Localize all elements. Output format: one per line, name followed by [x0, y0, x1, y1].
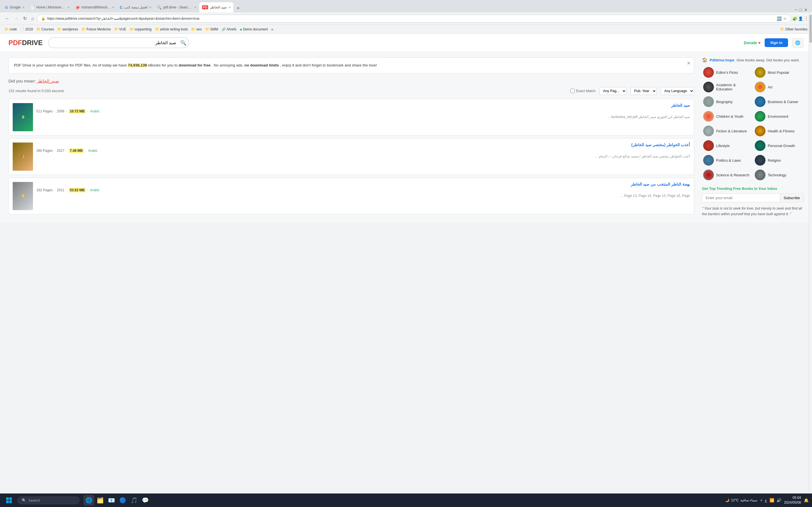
- category-health[interactable]: Health & Fitness: [754, 124, 804, 137]
- bookmark-ahrefs[interactable]: 🔗 Ahrefs: [220, 27, 238, 32]
- book-year-2: 2011: [57, 188, 64, 192]
- book-meta-1: 280 Pages · 2017 · 7.49 MB · Arabic: [36, 149, 690, 153]
- exact-match-checkbox[interactable]: [570, 89, 574, 93]
- category-business[interactable]: Business & Career: [754, 95, 804, 108]
- bookmark-wordpress-label: wordpress: [62, 27, 78, 31]
- bookmark-vue[interactable]: 📁 VUE: [112, 27, 128, 32]
- tab-home[interactable]: 📄 Home | Mohamed... ✕: [28, 2, 72, 12]
- tab-arabic[interactable]: C افضل منصة كتب ✕: [117, 2, 154, 12]
- address-bar[interactable]: 🔒 🔤 ☆: [37, 15, 791, 22]
- donate-button[interactable]: Donate ♥: [744, 41, 761, 45]
- category-fiction[interactable]: Fiction & Literature: [702, 124, 752, 137]
- home-button[interactable]: ⌂: [30, 14, 36, 23]
- tab-active-close[interactable]: ✕: [229, 6, 231, 9]
- scroll-thumb[interactable]: [809, 15, 812, 43]
- category-religion[interactable]: Religion: [754, 154, 804, 167]
- book-desc-2: Page 13, Page 14, Page 15, Page 16, Page…: [36, 194, 690, 198]
- tab-google-close[interactable]: ✕: [22, 6, 24, 9]
- bookmark-demo[interactable]: ● Demo document: [238, 26, 269, 32]
- email-input[interactable]: [702, 193, 780, 202]
- book-meta-0: 511 Pages · 2006 · 10.72 MB · Arabic: [36, 109, 690, 114]
- search-button[interactable]: 🔍: [180, 40, 186, 46]
- quote-text: " Your task is not to seek for love, but…: [702, 206, 804, 217]
- pages-filter[interactable]: Any Pag...: [599, 87, 626, 95]
- tab-github[interactable]: 🐙 mshams999/moh... ✕: [72, 2, 117, 12]
- book-title-1[interactable]: أعذب الخواطر (مختصر صيد الخاطر): [36, 143, 690, 147]
- bookmark-vue-icon: 📁: [114, 27, 118, 31]
- did-you-mean-link[interactable]: صيد_الخاطر: [37, 78, 59, 83]
- menu-button[interactable]: ⋮: [804, 16, 809, 21]
- bookmark-courses[interactable]: 📁 Courses: [35, 27, 56, 32]
- book-info-1: أعذب الخواطر (مختصر صيد الخاطر) 280 Page…: [36, 143, 690, 171]
- close-button[interactable]: ✕: [804, 8, 808, 12]
- category-most-popular[interactable]: Most Popular: [754, 66, 804, 79]
- cat-environment-label: Environment: [768, 114, 788, 119]
- url-input[interactable]: [47, 17, 775, 20]
- bookmark-other-favorites[interactable]: 📁 Other favorites: [778, 27, 809, 32]
- tab-google[interactable]: G Google ✕: [2, 2, 28, 12]
- category-environment[interactable]: Environment: [754, 110, 804, 123]
- globe-button[interactable]: 🌐: [792, 38, 804, 48]
- language-filter[interactable]: Any Language: [661, 87, 694, 95]
- banner-text2: . No annoying ads,: [212, 63, 245, 67]
- book-desc-0: صيد الخاطر ابن الجوزي صيد_الخاطر bookser…: [36, 115, 690, 119]
- translate-icon[interactable]: 🔤: [777, 16, 781, 21]
- profile-button[interactable]: 👤: [798, 16, 803, 21]
- search-bar-container: 🔍: [48, 37, 189, 48]
- logo[interactable]: PDF DRIVE: [8, 39, 43, 47]
- category-science[interactable]: Science & Research: [702, 168, 752, 181]
- back-button[interactable]: ←: [3, 14, 11, 23]
- new-tab-button[interactable]: +: [235, 4, 242, 12]
- maximize-button[interactable]: □: [800, 8, 802, 12]
- did-you-mean: Did you mean: صيد_الخاطر: [8, 78, 694, 83]
- forward-button[interactable]: →: [12, 14, 20, 23]
- tab-active[interactable]: PD صيد الخاطر ✕: [199, 2, 234, 12]
- bookmarks-overflow[interactable]: »: [269, 27, 275, 32]
- book-title-2[interactable]: بهجة الناظر المنتخب من صيد الخاطر: [36, 182, 690, 186]
- bookmark-icon[interactable]: ☆: [783, 16, 787, 21]
- category-technology[interactable]: Technology: [754, 168, 804, 181]
- tab-github-close[interactable]: ✕: [112, 6, 114, 9]
- book-lang-1: Arabic: [88, 149, 98, 153]
- bookmark-wordpress[interactable]: 📁 wordpress: [56, 27, 80, 32]
- bookmark-future-medicine[interactable]: 📁 Future Medicine: [80, 27, 112, 32]
- category-academic[interactable]: Academic & Education: [702, 80, 752, 94]
- bookmark-copywriting[interactable]: 📁 copywriting: [128, 27, 153, 32]
- extensions-button[interactable]: 🧩: [792, 16, 797, 21]
- book-meta-2: 192 Pages · 2011 · 53.52 MB · Arabic: [36, 188, 690, 192]
- tab-home-close[interactable]: ✕: [67, 6, 70, 9]
- browser-scrollbar[interactable]: [809, 12, 812, 223]
- refresh-button[interactable]: ↻: [21, 14, 29, 23]
- subscribe-button[interactable]: Subscribe: [780, 193, 804, 202]
- tab-search-close[interactable]: ✕: [194, 6, 197, 9]
- bookmark-article-tools[interactable]: 📁 article writing tools: [153, 27, 190, 32]
- cat-biography-icon: [703, 96, 714, 107]
- bookmark-seo[interactable]: 📁 seo: [190, 27, 203, 32]
- book-title-0[interactable]: صيد الخاطر: [36, 103, 690, 108]
- tab-arabic-close[interactable]: ✕: [149, 6, 151, 9]
- hope-link[interactable]: Pdfdrive:hope: [710, 58, 734, 62]
- bookmark-code[interactable]: 📁 code: [3, 27, 18, 32]
- newsletter-title[interactable]: Get Top Trending Free Books in Your Inbo…: [702, 186, 804, 191]
- category-children[interactable]: Children & Youth: [702, 110, 752, 123]
- bookmark-2019[interactable]: 📄 2019: [18, 27, 35, 32]
- bookmark-code-icon: 📁: [4, 27, 9, 31]
- bookmark-smm[interactable]: 📁 SMM: [204, 27, 220, 32]
- category-biography[interactable]: Biography: [702, 95, 752, 108]
- search-input[interactable]: [48, 37, 189, 48]
- category-editors-picks[interactable]: Editor's Picks: [702, 66, 752, 79]
- cat-environment-icon: [755, 111, 765, 122]
- category-lifestyle[interactable]: Lifestyle: [702, 139, 752, 152]
- banner-close-button[interactable]: ✕: [687, 61, 691, 66]
- book-lang-0: Arabic: [90, 109, 100, 113]
- category-personal-growth[interactable]: Personal Growth: [754, 139, 804, 152]
- book-result-1: 📙 أعذب الخواطر (مختصر صيد الخاطر) 280 Pa…: [8, 138, 694, 175]
- cat-business-icon: [755, 96, 765, 107]
- year-filter[interactable]: Pub. Year: [630, 87, 657, 95]
- minimize-button[interactable]: −: [795, 7, 797, 12]
- category-politics[interactable]: Politics & Laws: [702, 154, 752, 167]
- signin-button[interactable]: Sign in: [765, 38, 788, 47]
- tab-search[interactable]: 🔍 pdf drive - Search... ✕: [154, 2, 199, 12]
- category-art[interactable]: Art: [754, 80, 804, 94]
- exact-match-container: Exact Match: [570, 89, 596, 93]
